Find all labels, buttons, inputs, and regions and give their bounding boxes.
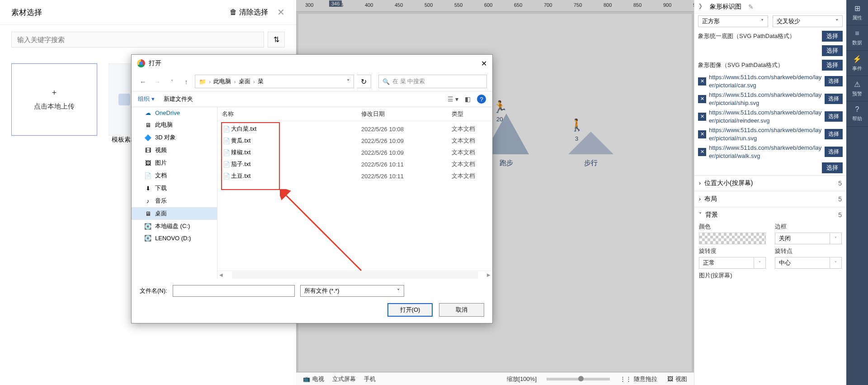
tree-item[interactable]: ♪音乐 xyxy=(132,195,217,207)
ruler-mark: 400 xyxy=(365,2,373,8)
select-button[interactable]: 选择 xyxy=(822,45,843,56)
cross-select[interactable]: 交叉较少˅ xyxy=(773,15,843,27)
file-filter-select[interactable]: 所有文件 (*.*)˅ xyxy=(300,285,404,297)
select-button[interactable]: 选择 xyxy=(825,129,843,139)
section-layout[interactable]: ›布局5 xyxy=(694,191,846,207)
drag-label[interactable]: ⋮⋮ 随意拖拉 xyxy=(620,375,657,383)
color-swatch[interactable] xyxy=(699,233,766,244)
toolbar-icon: ⚠ xyxy=(854,80,860,89)
new-folder-button[interactable]: 新建文件夹 xyxy=(164,95,193,103)
remove-icon[interactable]: ✕ xyxy=(698,77,706,86)
folder-icon: 💽 xyxy=(144,235,151,242)
ruler-mark: 300 xyxy=(305,2,313,8)
zoom-slider[interactable] xyxy=(547,378,610,380)
file-list[interactable]: 📄大白菜.txt2022/5/26 10:08文本文档📄黄瓜.txt2022/5… xyxy=(217,121,492,271)
file-row[interactable]: 📄茄子.txt2022/5/26 10:11文本文档 xyxy=(222,158,488,170)
chevron-right-icon: › xyxy=(699,196,701,202)
toolbar-item-预警[interactable]: ⚠预警 xyxy=(846,76,868,101)
toolbar-item-数据[interactable]: ≡数据 xyxy=(846,25,868,51)
local-upload-button[interactable]: + 点击本地上传 xyxy=(11,63,97,136)
file-row[interactable]: 📄辣椒.txt2022/5/26 10:09文本文档 xyxy=(222,147,488,158)
select-button[interactable]: 选择 xyxy=(825,94,843,104)
filename-label: 文件名(N): xyxy=(140,287,167,295)
chevron-down-icon: ˅ xyxy=(699,212,702,218)
url-text: https://www.511ds.com/sharkweb/demo/laye… xyxy=(709,73,822,89)
select-button[interactable]: 选择 xyxy=(822,31,843,42)
svg-url-item: ✕https://www.511ds.com/sharkweb/demo/lay… xyxy=(694,143,846,161)
view-label[interactable]: 🖼 视图 xyxy=(667,375,687,383)
clear-selection-button[interactable]: 🗑 清除选择 xyxy=(230,8,268,17)
section-background[interactable]: ˅背景5 xyxy=(694,207,846,223)
column-headers[interactable]: 名称 修改日期 类型 xyxy=(217,107,492,121)
remove-icon[interactable]: ✕ xyxy=(698,113,706,121)
forward-button[interactable]: → xyxy=(151,76,163,87)
tree-item[interactable]: 🎞视频 xyxy=(132,144,217,157)
pivot-select[interactable]: 中心˅ xyxy=(775,257,842,269)
tree-item[interactable]: 🖼图片 xyxy=(132,157,217,169)
remove-icon[interactable]: ✕ xyxy=(698,148,706,156)
select-button[interactable]: 选择 xyxy=(825,76,843,86)
add-icon xyxy=(118,94,130,105)
recent-button[interactable]: ˅ xyxy=(166,76,178,87)
search-input[interactable]: 🔍 在 菜 中搜索 xyxy=(378,75,487,88)
tree-item[interactable]: 🖥桌面 xyxy=(132,207,217,220)
folder-icon: 🔷 xyxy=(144,134,151,141)
search-input[interactable] xyxy=(11,32,264,48)
svg-url-item: ✕https://www.511ds.com/sharkweb/demo/lay… xyxy=(694,108,846,125)
device-mobile[interactable]: 手机 xyxy=(364,375,376,383)
organize-button[interactable]: 组织 ▾ xyxy=(138,95,155,103)
tree-item[interactable]: 🔷3D 对象 xyxy=(132,131,217,144)
rotation-select[interactable]: 正常˅ xyxy=(699,257,766,269)
edit-icon[interactable]: ✎ xyxy=(748,3,754,10)
close-icon[interactable]: ✕ xyxy=(277,7,285,18)
select-button[interactable]: 选择 xyxy=(822,60,843,71)
device-tv[interactable]: 📺 电视 xyxy=(303,375,324,383)
tree-item[interactable]: 📄文档 xyxy=(132,169,217,182)
close-icon[interactable]: ✕ xyxy=(481,59,487,68)
help-icon[interactable]: ? xyxy=(477,95,486,104)
toolbar-item-帮助[interactable]: ?帮助 xyxy=(846,101,868,127)
select-button[interactable]: 选择 xyxy=(825,111,843,122)
file-row[interactable]: 📄土豆.txt2022/5/26 10:11文本文档 xyxy=(222,170,488,182)
file-icon: 📄 xyxy=(222,126,231,133)
file-row[interactable]: 📄黄瓜.txt2022/5/26 10:09文本文档 xyxy=(222,135,488,147)
filter-button[interactable]: ⇅ xyxy=(268,32,285,48)
filename-input[interactable] xyxy=(173,285,295,297)
up-button[interactable]: ↑ xyxy=(180,76,192,87)
toolbar-item-属性[interactable]: ⊞属性 xyxy=(846,0,868,25)
tree-item[interactable]: ⬇下载 xyxy=(132,182,217,195)
file-row[interactable]: 📄大白菜.txt2022/5/26 10:08文本文档 xyxy=(222,123,488,135)
folder-icon: ⬇ xyxy=(144,185,151,192)
remove-icon[interactable]: ✕ xyxy=(698,130,706,138)
open-button[interactable]: 打开(O) xyxy=(387,303,433,317)
tree-item[interactable]: 💽LENOVO (D:) xyxy=(132,233,217,244)
horizontal-scrollbar[interactable]: ◀▶ xyxy=(217,271,492,279)
chevron-down-icon: ˅ xyxy=(830,257,842,269)
toolbar-item-事件[interactable]: ⚡事件 xyxy=(846,51,868,76)
chevron-down-icon[interactable]: ˅ xyxy=(347,78,350,85)
zoom-label[interactable]: 缩放[100%] xyxy=(507,375,537,383)
url-text: https://www.511ds.com/sharkweb/demo/laye… xyxy=(709,126,822,142)
path-bar[interactable]: 📁 › 此电脑› 桌面› 菜 ˅ xyxy=(195,75,354,88)
preview-pane-button[interactable]: ◧ xyxy=(465,95,471,103)
refresh-button[interactable]: ↻ xyxy=(357,75,371,88)
border-select[interactable]: 关闭˅ xyxy=(775,233,842,244)
tree-item[interactable]: ☁OneDrive xyxy=(132,107,217,119)
select-button[interactable]: 选择 xyxy=(825,147,843,157)
view-mode-button[interactable]: ☰ ▾ xyxy=(448,95,458,103)
ruler-mark: 800 xyxy=(604,2,612,8)
back-button[interactable]: ← xyxy=(137,76,149,87)
collapse-icon[interactable]: 》 xyxy=(699,3,705,11)
shape-select[interactable]: 正方形˅ xyxy=(698,15,768,27)
tree-item[interactable]: 💽本地磁盘 (C:) xyxy=(132,220,217,233)
cancel-button[interactable]: 取消 xyxy=(439,303,484,317)
folder-tree[interactable]: ☁OneDrive🖥此电脑🔷3D 对象🎞视频🖼图片📄文档⬇下载♪音乐🖥桌面💽本地… xyxy=(132,107,217,279)
remove-icon[interactable]: ✕ xyxy=(698,95,706,103)
section-position[interactable]: ›位置大小(按屏幕)5 xyxy=(694,176,846,191)
device-vertical[interactable]: 立式屏幕 xyxy=(332,375,356,383)
tree-item[interactable]: 🖥此电脑 xyxy=(132,119,217,131)
folder-icon: 🖥 xyxy=(144,122,151,128)
select-button[interactable]: 选择 xyxy=(822,162,843,173)
annotation-arrow xyxy=(280,189,366,275)
ruler-mark: 450 xyxy=(395,2,403,8)
